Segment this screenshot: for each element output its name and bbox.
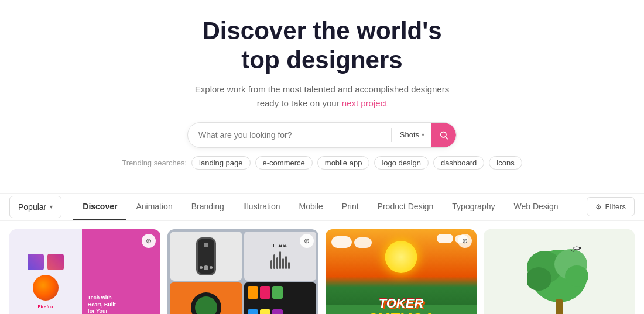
geek-cell-1: [170, 232, 242, 281]
bookmark-icon[interactable]: ⊕: [300, 234, 314, 248]
trending-tag-icons[interactable]: icons: [489, 156, 522, 170]
trending-tag-mobile[interactable]: mobile app: [317, 156, 370, 170]
category-tabs: Discover Animation Branding Illustration…: [73, 194, 586, 220]
geek-cell-3: [170, 282, 242, 314]
tab-web-design[interactable]: Web Design: [504, 194, 567, 220]
search-input[interactable]: [198, 124, 390, 146]
navigation-bar: Popular ▾ Discover Animation Branding Il…: [0, 193, 644, 221]
card-image-demyanchuk[interactable]: TOKER $KEYCA ⊕: [326, 229, 477, 314]
tab-typography[interactable]: Typography: [443, 194, 504, 220]
card-mick: M Mick Champayne ✏ PRO ♥ 26 ◉ 4.4k: [484, 229, 635, 314]
hero-section: Discover the world's top designers Explo…: [0, 0, 644, 193]
shots-dropdown-button[interactable]: Shots ▾: [393, 130, 431, 139]
trending-tag-landing[interactable]: landing page: [191, 156, 250, 170]
trending-tag-dashboard[interactable]: dashboard: [433, 156, 484, 170]
trending-tag-logo[interactable]: logo design: [374, 156, 429, 170]
svg-point-6: [565, 265, 588, 287]
tab-mobile[interactable]: Mobile: [290, 194, 333, 220]
popular-label: Popular: [18, 202, 46, 212]
tab-animation[interactable]: Animation: [126, 194, 181, 220]
tab-discover[interactable]: Discover: [73, 194, 126, 220]
card-demyanchuk: TOKER $KEYCA ⊕ D Demyanchuk Art Team TEA…: [326, 229, 477, 314]
bookmark-icon[interactable]: ⊕: [142, 234, 156, 248]
trending-tag-ecommerce[interactable]: e-commerce: [255, 156, 313, 170]
card-image-geek[interactable]: ⏸ ⏮ ⏭: [167, 229, 318, 314]
filters-icon: ⚙: [595, 203, 602, 211]
tree-illustration: [527, 244, 591, 314]
tab-print[interactable]: Print: [333, 194, 368, 220]
tab-illustration[interactable]: Illustration: [234, 194, 290, 220]
tab-branding[interactable]: Branding: [182, 194, 234, 220]
svg-line-1: [446, 137, 448, 139]
search-bar: Shots ▾: [187, 122, 457, 148]
filters-button[interactable]: ⚙ Filters: [587, 197, 635, 216]
hero-title: Discover the world's top designers: [12, 16, 632, 75]
hero-subtitle: Explore work from the most talented and …: [12, 82, 632, 111]
card-image-mick[interactable]: [484, 229, 635, 314]
svg-point-5: [527, 267, 551, 291]
search-icon: [439, 130, 448, 140]
card-image-ramotion[interactable]: Firefox Tech withHeart, Builtfor YourSaf…: [9, 229, 160, 314]
search-submit-button[interactable]: [431, 123, 456, 147]
geek-cell-4: [244, 282, 317, 314]
cards-grid: Firefox Tech withHeart, Builtfor YourSaf…: [0, 221, 644, 314]
card-ramotion: Firefox Tech withHeart, Builtfor YourSaf…: [9, 229, 160, 314]
search-divider: [391, 128, 392, 142]
bookmark-icon[interactable]: ⊕: [458, 234, 472, 248]
next-project-link[interactable]: next project: [342, 98, 388, 108]
card-geek: ⏸ ⏮ ⏭: [167, 229, 318, 314]
chevron-down-icon: ▾: [422, 132, 424, 138]
popular-dropdown-button[interactable]: Popular ▾: [9, 196, 61, 218]
trending-section: Trending searches: landing page e-commer…: [12, 156, 632, 170]
trending-label: Trending searches:: [122, 158, 187, 167]
tab-product-design[interactable]: Product Design: [368, 194, 443, 220]
svg-point-7: [579, 247, 581, 249]
chevron-down-icon: ▾: [50, 203, 53, 210]
